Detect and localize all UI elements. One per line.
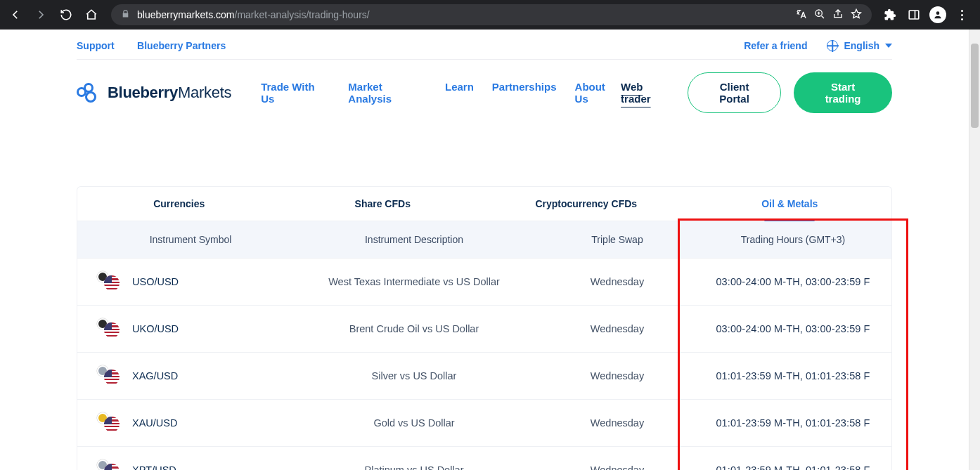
translate-icon[interactable] [796, 8, 807, 22]
table-body: USO/USD West Texas Intermediate vs US Do… [77, 259, 892, 470]
cell-description: Silver vs US Dollar [288, 356, 540, 396]
nav-partnerships[interactable]: Partnerships [492, 81, 557, 105]
instrument-icon [98, 461, 120, 470]
table-row: UKO/USD Brent Crude Oil vs US Dollar Wed… [77, 305, 891, 352]
url-text: blueberrymarkets.com/market-analysis/tra… [137, 9, 789, 20]
main-nav: Trade With Us Market Analysis Learn Part… [261, 81, 621, 105]
svg-point-2 [936, 11, 940, 15]
browser-chrome: blueberrymarkets.com/market-analysis/tra… [0, 0, 980, 30]
th-swap: Triple Swap [540, 221, 695, 258]
cell-swap: Wednesday [540, 262, 695, 301]
cell-symbol: UKO/USD [132, 323, 179, 334]
back-button[interactable] [6, 5, 25, 25]
cell-swap: Wednesday [540, 309, 695, 348]
refer-link[interactable]: Refer a friend [744, 40, 807, 51]
profile-avatar[interactable] [929, 6, 946, 23]
cell-swap: Wednesday [540, 450, 695, 470]
url-bar[interactable]: blueberrymarkets.com/market-analysis/tra… [111, 4, 872, 25]
reload-button[interactable] [56, 5, 76, 25]
cell-symbol: XAG/USD [132, 370, 178, 381]
chevron-down-icon [885, 44, 892, 48]
partners-link[interactable]: Blueberry Partners [137, 40, 226, 51]
cell-hours: 03:00-24:00 M-TH, 03:00-23:59 F [695, 262, 891, 301]
table-row: XAG/USD Silver vs US Dollar Wednesday 01… [77, 352, 891, 399]
svg-rect-1 [909, 11, 919, 19]
instrument-icon [98, 414, 120, 432]
cell-description: West Texas Intermediate vs US Dollar [288, 262, 540, 301]
nav-learn[interactable]: Learn [445, 81, 474, 105]
scrollbar[interactable] [969, 30, 980, 470]
language-selector[interactable]: English [827, 40, 892, 51]
tab-crypto-cfds[interactable]: Cryptocurrency CFDs [484, 187, 688, 221]
table-row: USO/USD West Texas Intermediate vs US Do… [77, 259, 891, 305]
cell-description: Platinum vs US Dollar [288, 450, 540, 470]
lock-icon [121, 9, 130, 20]
cell-symbol: USO/USD [132, 276, 179, 287]
tab-share-cfds[interactable]: Share CFDs [281, 187, 485, 221]
bookmark-icon[interactable] [851, 8, 862, 22]
cell-description: Gold vs US Dollar [288, 403, 540, 443]
table-header: Instrument Symbol Instrument Description… [77, 221, 892, 259]
zoom-icon[interactable] [814, 8, 825, 22]
scrollbar-thumb[interactable] [971, 44, 979, 128]
kebab-menu[interactable] [953, 6, 970, 23]
extensions-icon[interactable] [882, 6, 898, 23]
forward-button[interactable] [31, 5, 51, 25]
nav-about[interactable]: About Us [575, 81, 621, 105]
cell-hours: 01:01-23:59 M-TH, 01:01-23:58 F [695, 356, 891, 396]
table-row: XPT/USD Platinum vs US Dollar Wednesday … [77, 446, 891, 470]
tab-currencies[interactable]: Currencies [77, 187, 281, 221]
nav-analysis[interactable]: Market Analysis [348, 81, 427, 105]
th-hours: Trading Hours (GMT+3) [695, 221, 891, 258]
language-label: English [844, 40, 879, 51]
instrument-icon [98, 367, 120, 385]
cell-swap: Wednesday [540, 356, 695, 396]
home-button[interactable] [82, 5, 101, 25]
chrome-actions [882, 6, 974, 23]
cell-swap: Wednesday [540, 403, 695, 443]
main-header: BlueberryMarkets Trade With Us Market An… [77, 60, 892, 130]
instrument-icon [98, 320, 120, 338]
cell-symbol: XAU/USD [132, 417, 177, 429]
cell-hours: 01:01-23:59 M-TH, 01:01-23:58 F [695, 450, 891, 470]
logo-text: BlueberryMarkets [108, 84, 231, 102]
share-icon[interactable] [832, 8, 844, 22]
cell-symbol: XPT/USD [132, 464, 176, 470]
tab-oil-metals[interactable]: Oil & Metals [688, 187, 892, 221]
instrument-icon [98, 273, 120, 291]
cell-hours: 01:01-23:59 M-TH, 01:01-23:58 F [695, 403, 891, 443]
logo[interactable]: BlueberryMarkets [77, 83, 231, 103]
th-description: Instrument Description [288, 221, 540, 258]
cell-description: Brent Crude Oil vs US Dollar [288, 309, 540, 348]
th-symbol: Instrument Symbol [77, 221, 288, 258]
logo-icon [77, 83, 101, 103]
table-tabs: Currencies Share CFDs Cryptocurrency CFD… [77, 186, 892, 221]
start-trading-button[interactable]: Start trading [794, 72, 892, 113]
table-row: XAU/USD Gold vs US Dollar Wednesday 01:0… [77, 399, 891, 446]
utility-bar: Support Blueberry Partners Refer a frien… [77, 30, 892, 59]
globe-icon [827, 40, 838, 51]
web-trader-link[interactable]: Web trader [621, 81, 675, 105]
support-link[interactable]: Support [77, 40, 115, 51]
client-portal-button[interactable]: Client Portal [688, 72, 781, 113]
cell-hours: 03:00-24:00 M-TH, 03:00-23:59 F [695, 309, 891, 348]
trading-hours-table: Currencies Share CFDs Cryptocurrency CFD… [77, 186, 892, 470]
nav-trade[interactable]: Trade With Us [261, 81, 330, 105]
panel-icon[interactable] [905, 6, 922, 23]
